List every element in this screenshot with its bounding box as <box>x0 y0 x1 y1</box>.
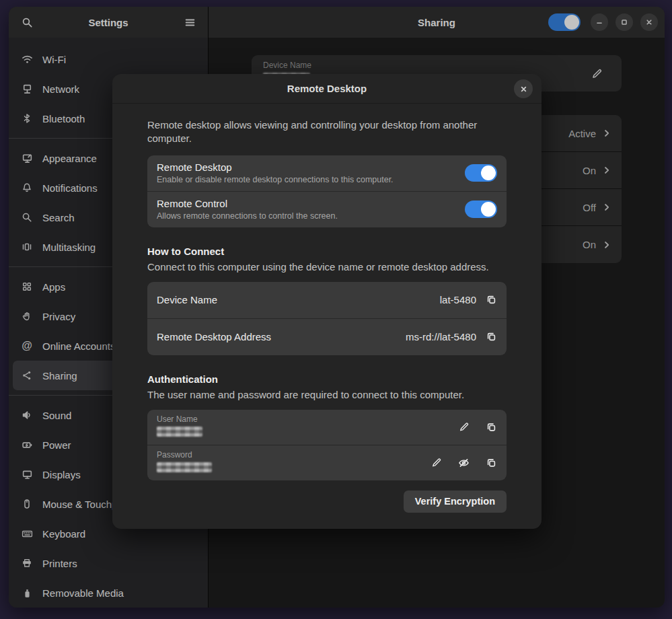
dialog-description: Remote desktop allows viewing and contro… <box>147 118 507 146</box>
remote-control-subtitle: Allows remote connections to control the… <box>157 211 457 221</box>
edit-pencil-icon[interactable] <box>431 457 442 468</box>
device-name-row: Device Name lat-5480 <box>147 282 507 318</box>
verify-encryption-button[interactable]: Verify Encryption <box>404 490 507 513</box>
password-redacted-value <box>157 462 212 472</box>
user-name-row: User Name <box>147 410 507 445</box>
copy-icon[interactable] <box>486 294 497 305</box>
dialog-header: Remote Desktop <box>112 74 542 104</box>
password-row: Password <box>147 445 507 480</box>
connection-info-card: Device Name lat-5480 Remote Desktop Addr… <box>147 282 507 355</box>
remote-control-title: Remote Control <box>157 198 457 209</box>
device-name-value: lat-5480 <box>440 294 476 305</box>
copy-icon[interactable] <box>486 457 497 468</box>
remote-desktop-toggle[interactable] <box>465 164 497 182</box>
authentication-description: The user name and password are required … <box>147 389 507 400</box>
remote-control-row: Remote Control Allows remote connections… <box>147 192 507 227</box>
copy-icon[interactable] <box>486 421 497 433</box>
authentication-heading: Authentication <box>147 373 507 385</box>
dialog-close-button[interactable] <box>514 79 533 98</box>
remote-desktop-dialog: Remote Desktop Remote desktop allows vie… <box>112 74 542 529</box>
close-icon <box>519 84 529 94</box>
remote-desktop-address-label: Remote Desktop Address <box>157 331 396 342</box>
remote-desktop-row: Remote Desktop Enable or disable remote … <box>147 155 507 191</box>
remote-desktop-address-row: Remote Desktop Address ms-rd://lat-5480 <box>147 319 507 355</box>
copy-icon[interactable] <box>486 331 497 342</box>
edit-pencil-icon[interactable] <box>459 421 470 433</box>
remote-desktop-subtitle: Enable or disable remote desktop connect… <box>157 175 457 184</box>
user-name-label: User Name <box>157 414 497 424</box>
user-name-redacted-value <box>157 427 202 437</box>
eye-off-icon[interactable] <box>458 457 470 468</box>
remote-control-toggle[interactable] <box>465 201 497 218</box>
how-to-connect-heading: How to Connect <box>147 246 507 257</box>
how-to-connect-description: Connect to this computer using the devic… <box>147 261 507 272</box>
remote-desktop-title: Remote Desktop <box>157 161 457 173</box>
device-name-row-label: Device Name <box>157 294 431 305</box>
dialog-title: Remote Desktop <box>287 83 367 94</box>
remote-desktop-address-value: ms-rd://lat-5480 <box>406 331 476 342</box>
credentials-card: User Name Password <box>147 410 507 480</box>
remote-desktop-toggles-card: Remote Desktop Enable or disable remote … <box>147 155 507 227</box>
